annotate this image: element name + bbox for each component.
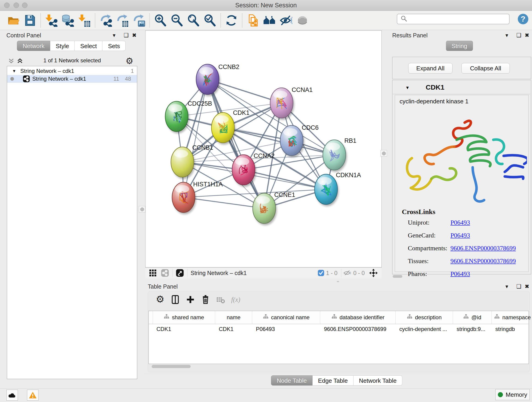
results-panel-float-icon[interactable]: ❑: [516, 32, 521, 38]
table-cell[interactable]: stringdb: [492, 326, 532, 332]
zoom-traffic-light[interactable]: [22, 2, 27, 8]
save-session-icon[interactable]: [22, 12, 38, 29]
network-row[interactable]: String Network – cdk1 11 48: [7, 75, 137, 83]
crosslink-link[interactable]: P06493: [450, 270, 470, 278]
search-input[interactable]: [408, 16, 505, 22]
right-splitter-grip[interactable]: [380, 150, 387, 157]
table-cell[interactable]: P06493: [252, 326, 320, 332]
cloud-icon[interactable]: [6, 390, 18, 401]
edge-CCNB2-CCNE1[interactable]: [208, 79, 264, 208]
expand-all-chevrons-icon[interactable]: [17, 58, 23, 65]
table-hscrollbar[interactable]: [152, 365, 191, 368]
tab-select[interactable]: Select: [75, 41, 102, 51]
import-database-icon[interactable]: [60, 12, 76, 29]
collapse-all-chevrons-icon[interactable]: [8, 58, 15, 65]
table-panel-menu-icon[interactable]: ▾: [505, 283, 508, 290]
crosslink-link[interactable]: 9606.ENSP00000378699: [450, 245, 516, 252]
table-cell[interactable]: CDK1: [153, 326, 215, 332]
zoom-fit-icon[interactable]: [185, 12, 202, 29]
tab-edge-table[interactable]: Edge Table: [312, 375, 354, 385]
homology-houses-icon[interactable]: [261, 12, 278, 29]
tab-sets[interactable]: Sets: [102, 41, 126, 51]
table-delete-icon[interactable]: [213, 293, 228, 306]
table-cell[interactable]: CDK1: [215, 326, 252, 332]
zoom-selected-icon[interactable]: [202, 12, 218, 29]
column-header-name[interactable]: name: [215, 311, 252, 324]
horizontal-splitter-grip[interactable]: [337, 281, 339, 282]
node-RB1[interactable]: RB1: [323, 137, 356, 172]
collapse-all-button[interactable]: Collapse All: [462, 63, 510, 74]
fit-move-crosshair-icon[interactable]: [369, 268, 378, 278]
column-header-canonical-name[interactable]: canonical name: [252, 311, 320, 324]
node-CDC25B[interactable]: CDC25B: [165, 100, 212, 133]
node-CCNA1[interactable]: CCNA1: [270, 86, 313, 120]
node-CCNB2[interactable]: CCNB2: [196, 64, 239, 96]
table-row[interactable]: CDK1CDK1P064939606.ENSP00000378699cyclin…: [149, 324, 529, 334]
string-share-icon[interactable]: [161, 269, 169, 277]
node-table[interactable]: shared namenamecanonical namedatabase id…: [148, 311, 529, 364]
left-splitter-grip[interactable]: [139, 206, 145, 212]
zoom-in-icon[interactable]: [152, 12, 169, 29]
control-panel-float-icon[interactable]: ❑: [124, 32, 129, 38]
fx-icon[interactable]: f(x): [228, 293, 243, 306]
column-header-namespace[interactable]: namespace: [492, 311, 532, 324]
gray-eye-icon[interactable]: [294, 12, 311, 29]
node-CCNE1[interactable]: CCNE1: [253, 191, 295, 225]
tab-string[interactable]: String: [446, 41, 473, 51]
import-table-icon[interactable]: [76, 12, 93, 29]
tab-network-table[interactable]: Network Table: [354, 375, 402, 385]
close-traffic-light[interactable]: [4, 2, 10, 8]
zoom-out-icon[interactable]: [169, 12, 185, 29]
network-canvas[interactable]: CCNB2 CCNA1 CDC25B CDK1 CDC6 R: [145, 31, 382, 268]
string-document-icon[interactable]: [245, 12, 261, 29]
gene-expander-icon[interactable]: ▼: [405, 85, 410, 90]
crosslink-link[interactable]: 9606.ENSP00000378699: [450, 257, 516, 265]
table-panel-close-icon[interactable]: ✖: [525, 283, 529, 290]
visual-eye-icon[interactable]: [278, 12, 294, 29]
node-CDC6[interactable]: CDC6: [280, 124, 319, 157]
open-in-browser-icon[interactable]: [176, 269, 184, 277]
node-HIST1H1A[interactable]: HIST1H1A: [172, 181, 223, 214]
export-image-icon[interactable]: [131, 12, 147, 29]
selected-checkbox-icon[interactable]: [318, 270, 324, 276]
search-box[interactable]: [397, 14, 510, 24]
column-header-description[interactable]: description: [396, 311, 453, 324]
table-cell[interactable]: cyclin-dependent ...: [396, 326, 453, 332]
trash-icon[interactable]: [198, 293, 213, 306]
results-panel-menu-icon[interactable]: ▾: [505, 32, 508, 38]
columns-icon[interactable]: [168, 293, 183, 306]
column-header-@id[interactable]: @id: [453, 311, 492, 324]
export-table-icon[interactable]: [114, 12, 131, 29]
column-header-database-identifier[interactable]: database identifier: [320, 311, 396, 324]
export-network-icon[interactable]: [98, 12, 114, 29]
collection-expander-icon[interactable]: ▼: [12, 69, 16, 74]
minimize-traffic-light[interactable]: [13, 2, 19, 8]
table-cell[interactable]: 9606.ENSP00000378699: [320, 326, 396, 332]
plus-icon[interactable]: [183, 293, 198, 306]
column-header-shared-name[interactable]: shared name: [153, 311, 215, 324]
crosslink-link[interactable]: P06493: [450, 232, 470, 239]
tab-network[interactable]: Network: [17, 41, 50, 51]
refresh-layout-icon[interactable]: [223, 12, 240, 29]
warning-icon[interactable]: [27, 390, 38, 401]
gear-icon[interactable]: ⚙: [152, 293, 168, 306]
memory-button[interactable]: Memory: [495, 389, 530, 400]
network-options-gear-icon[interactable]: ⚙: [126, 56, 133, 66]
control-panel-menu-icon[interactable]: ▾: [113, 32, 115, 38]
crosslink-link[interactable]: P06493: [450, 219, 470, 226]
import-network-icon[interactable]: [43, 12, 60, 29]
tab-node-table[interactable]: Node Table: [271, 375, 312, 385]
results-panel-close-icon[interactable]: ✖: [525, 32, 529, 38]
tab-style[interactable]: Style: [50, 41, 75, 51]
hidden-eye-slash-icon[interactable]: [343, 269, 351, 276]
help-icon[interactable]: ?: [517, 13, 529, 25]
birdseye-grid-icon[interactable]: [149, 269, 157, 277]
table-cell[interactable]: stringdb:9...: [453, 326, 492, 332]
network-collection-row[interactable]: ▼ String Network – cdk1 1: [7, 67, 137, 75]
control-panel-close-icon[interactable]: ✖: [132, 32, 137, 38]
node-CDKN1A[interactable]: CDKN1A: [315, 172, 361, 206]
expand-all-button[interactable]: Expand All: [408, 63, 452, 74]
results-hscrollbar[interactable]: [393, 275, 402, 278]
table-panel-float-icon[interactable]: ❑: [516, 283, 521, 290]
node-CCNB1[interactable]: CCNB1: [171, 144, 213, 179]
